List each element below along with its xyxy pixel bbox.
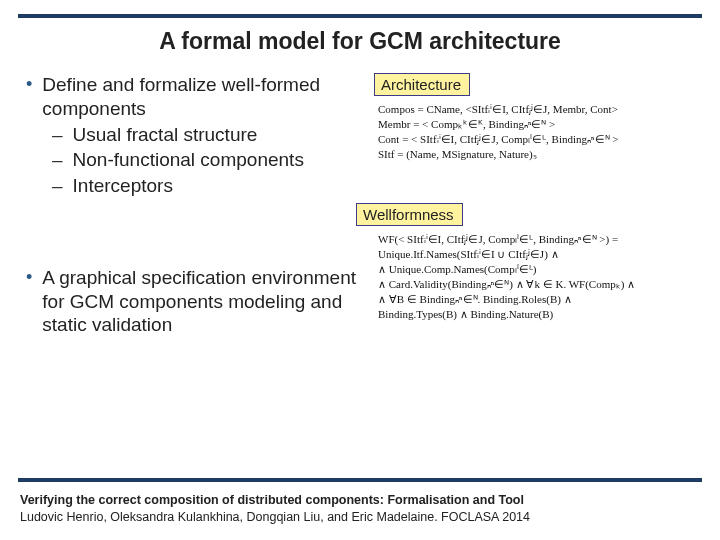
formula-line: SItf = (Name, MSignature, Nature)ₛ [378,147,704,162]
architecture-tag-label: Architecture [381,76,461,93]
formula-line: ∧ Unique.Comp.Names(Compₗˡ∈ᴸ) [378,262,704,277]
formula-line: Cont = < SItfᵢⁱ∈I, CItfⱼʲ∈J, Compₗˡ∈ᴸ, B… [378,132,704,147]
architecture-tag: Architecture [374,73,470,96]
footer: Verifying the correct composition of dis… [20,492,700,526]
dash-icon: – [52,174,73,198]
formula-line: WF(< SItfᵢⁱ∈I, CItfⱼʲ∈J, Compₗˡ∈ᴸ, Bindi… [378,232,704,247]
formula-line: Compos = CName, <SItfᵢⁱ∈I, CItfⱼʲ∈J, Mem… [378,102,704,117]
bullet-2: • A graphical specification environment … [26,266,356,337]
page-title: A formal model for GCM architecture [0,18,720,73]
formula-line: Unique.Itf.Names(SItfᵢⁱ∈I ∪ CItfⱼʲ∈J) ∧ [378,247,704,262]
wellformness-tag: Wellformness [356,203,463,226]
bottom-rule [18,478,702,482]
formula-line: ∧ Card.Validity(Bindingₙⁿ∈ᴺ) ∧ ∀k ∈ K. W… [378,277,704,292]
bullet-1-sub2: Non-functional components [73,148,304,172]
bullet-1-text: Define and formalize well-formed compone… [42,73,366,121]
formula-line: Binding.Types(B) ∧ Binding.Nature(B) [378,307,704,322]
content-area: • Define and formalize well-formed compo… [0,73,720,337]
dash-icon: – [52,123,73,147]
bullet-2-text: A graphical specification environment fo… [42,266,356,337]
right-panel: Architecture Compos = CName, <SItfᵢⁱ∈I, … [374,73,704,333]
dash-icon: – [52,148,73,172]
bullet-1-sub3: Interceptors [73,174,173,198]
wellformness-tag-label: Wellformness [363,206,454,223]
footer-title: Verifying the correct composition of dis… [20,492,700,509]
formula-line: Membr = < Compₖᵏ∈ᴷ, Bindingₙⁿ∈ᴺ > [378,117,704,132]
bullet-dot-icon: • [26,73,42,121]
bullet-1: • Define and formalize well-formed compo… [26,73,366,198]
wellformness-formulas: WF(< SItfᵢⁱ∈I, CItfⱼʲ∈J, Compₗˡ∈ᴸ, Bindi… [374,232,704,321]
architecture-formulas: Compos = CName, <SItfᵢⁱ∈I, CItfⱼʲ∈J, Mem… [374,102,704,161]
bullet-1-sub1: Usual fractal structure [73,123,258,147]
footer-authors: Ludovic Henrio, Oleksandra Kulankhina, D… [20,509,700,526]
bullet-dot-icon: • [26,266,42,337]
formula-line: ∧ ∀B ∈ Bindingₙⁿ∈ᴺ. Binding.Roles(B) ∧ [378,292,704,307]
